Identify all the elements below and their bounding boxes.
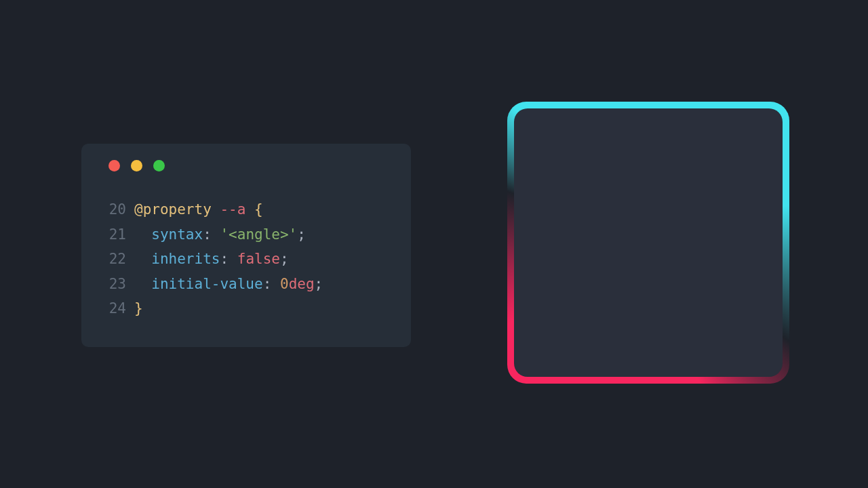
code-token: false (237, 247, 280, 272)
code-token: ; (315, 272, 323, 297)
code-token: deg (289, 272, 315, 297)
code-token: : (203, 222, 220, 247)
code-token: syntax (151, 222, 203, 247)
code-token: inherits (151, 247, 220, 272)
code-block: 20@property --a {21 syntax: '<angle>';22… (99, 197, 393, 321)
code-token: } (134, 296, 143, 321)
code-token (134, 272, 151, 297)
maximize-icon[interactable] (153, 160, 165, 171)
window-traffic-lights (108, 160, 393, 171)
code-token: : (263, 272, 280, 297)
demo-inner-panel (514, 108, 783, 377)
close-icon[interactable] (108, 160, 120, 171)
code-window: 20@property --a {21 syntax: '<angle>';22… (81, 144, 411, 347)
code-line: 20@property --a { (99, 197, 393, 222)
line-number: 21 (99, 222, 126, 247)
code-line: 21 syntax: '<angle>'; (99, 222, 393, 247)
code-token: --a (220, 197, 245, 222)
code-token: ; (297, 222, 306, 247)
code-token: : (220, 247, 237, 272)
code-token: initial-value (151, 272, 262, 297)
code-line: 22 inherits: false; (99, 247, 393, 272)
code-token (134, 247, 151, 272)
code-token: '<angle>' (220, 222, 297, 247)
code-line: 24} (99, 296, 393, 321)
code-token: ; (280, 247, 289, 272)
minimize-icon[interactable] (131, 160, 142, 171)
code-token: 0 (280, 272, 289, 297)
animated-border-demo (507, 102, 789, 384)
code-token (245, 197, 254, 222)
code-token (212, 197, 220, 222)
line-number: 22 (99, 247, 126, 272)
line-number: 23 (99, 272, 126, 297)
line-number: 24 (99, 296, 126, 321)
line-number: 20 (99, 197, 126, 222)
code-token (134, 222, 151, 247)
code-token: { (254, 197, 263, 222)
code-line: 23 initial-value: 0deg; (99, 272, 393, 297)
code-token: @property (134, 197, 212, 222)
